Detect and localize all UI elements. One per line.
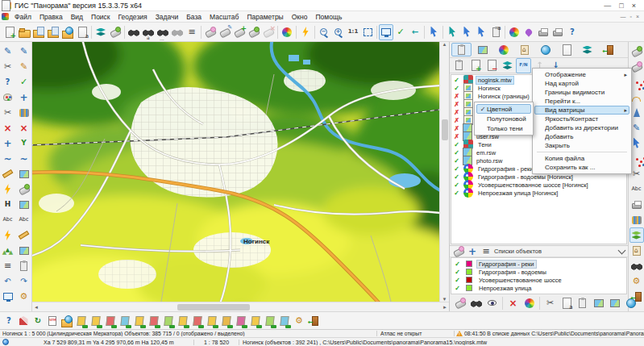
menu-item[interactable]: Геодезия <box>114 13 152 21</box>
map-vertical-scrollbar[interactable]: ▲ ▼ <box>439 42 449 302</box>
export-kml-12-button[interactable] <box>234 313 248 329</box>
open-data-button[interactable] <box>31 24 46 40</box>
layer-visibility-toggle[interactable] <box>453 93 460 100</box>
export-kml-6-button[interactable] <box>147 313 161 329</box>
layer-visibility-toggle[interactable] <box>453 125 460 132</box>
context-menu-item[interactable]: Отображение <box>534 70 629 79</box>
flashlight-tool[interactable] <box>16 181 31 197</box>
object-list-row[interactable]: Гидрография - реки <box>451 260 626 268</box>
print-map-button[interactable] <box>629 197 644 212</box>
geo-status-icon[interactable] <box>2 339 9 345</box>
tab-vector-data[interactable] <box>577 43 597 56</box>
add-node-tool[interactable] <box>0 135 15 151</box>
zoom-out-button[interactable] <box>317 24 331 40</box>
context-menu-item[interactable]: Сохранить как ... <box>534 163 629 172</box>
mdi-minimize-button[interactable]: — <box>620 14 625 19</box>
find-button[interactable] <box>127 24 141 40</box>
copy-map-button[interactable] <box>75 24 89 40</box>
mdi-restore-button[interactable]: ▫ <box>629 14 631 19</box>
export-kml-5-button[interactable] <box>132 313 147 329</box>
add-list-icon[interactable] <box>467 246 478 257</box>
table-form-tool[interactable] <box>16 258 31 273</box>
export-kml-14-button[interactable] <box>263 313 277 329</box>
menu-item[interactable]: Вид <box>67 13 87 21</box>
color-settings-button[interactable] <box>507 24 521 40</box>
vscroll-thumb[interactable] <box>442 119 448 140</box>
minimize-button[interactable]: — <box>604 2 611 10</box>
map-horizontal-scrollbar[interactable]: ◄ ► <box>32 302 449 311</box>
object-list-row[interactable]: Усовершенствованное шоссе <box>451 276 626 284</box>
tools-settings-button[interactable] <box>292 313 306 329</box>
layer-visibility-toggle[interactable] <box>453 133 460 140</box>
import-folder-button[interactable] <box>60 313 74 329</box>
highlight-select-button[interactable] <box>203 24 218 40</box>
edit-palette-button[interactable] <box>521 295 537 311</box>
open-geoportal-button[interactable] <box>60 24 75 40</box>
export-kml-4-button[interactable] <box>118 313 132 329</box>
map-canvas[interactable]: Ногинск <box>32 42 439 302</box>
create-object-tool[interactable] <box>0 44 15 59</box>
layer-visibility-toggle[interactable] <box>453 157 460 165</box>
menu-item[interactable]: Задачи <box>152 13 183 21</box>
layer-visibility-toggle[interactable] <box>453 165 460 173</box>
map-layers-button[interactable] <box>629 227 644 243</box>
menu-item[interactable]: База <box>182 13 206 21</box>
find-doc-button[interactable] <box>559 295 574 311</box>
tools-exit-button[interactable] <box>306 313 321 329</box>
highlight-accept-button[interactable] <box>247 24 261 40</box>
object-list-row[interactable]: Непроезжая улица <box>451 284 626 292</box>
export-kml-1-button[interactable] <box>74 313 89 329</box>
torch-tool[interactable] <box>0 227 15 243</box>
select-table-button[interactable] <box>474 24 488 40</box>
context-help-button[interactable] <box>565 24 580 40</box>
save-table-2-button[interactable] <box>607 295 622 311</box>
measure-mark-tool[interactable] <box>16 227 31 243</box>
frame-select-tool[interactable] <box>16 197 31 212</box>
tab-close-panel[interactable] <box>598 43 618 56</box>
edit-curve-tool[interactable] <box>16 59 31 74</box>
context-menu-item[interactable]: Над картой <box>534 79 629 88</box>
save-table-button[interactable] <box>591 295 606 311</box>
menu-item[interactable]: Поиск <box>87 13 114 21</box>
editor-settings-button[interactable] <box>16 289 31 304</box>
find-selection-button[interactable] <box>170 24 185 40</box>
new-map-button[interactable] <box>2 24 17 40</box>
export-kml-15-button[interactable] <box>277 313 292 329</box>
cut-segment-tool[interactable] <box>0 105 15 120</box>
list-visibility-check[interactable] <box>454 285 461 292</box>
submenu-item[interactable]: Цветной <box>476 104 531 114</box>
visibility-eye-button[interactable] <box>484 295 500 311</box>
scale-visibility-toggle[interactable] <box>516 58 531 73</box>
flash-label-tool[interactable] <box>0 181 15 197</box>
height-label-tool[interactable] <box>0 197 15 212</box>
tab-data-list[interactable] <box>451 43 472 56</box>
fill-style-tool[interactable] <box>0 90 15 105</box>
menu-item[interactable]: Файл <box>10 13 35 21</box>
menu-item[interactable]: Правка <box>35 13 67 21</box>
delete-node-tool[interactable] <box>16 120 31 135</box>
layer-visibility-toggle[interactable] <box>453 101 460 108</box>
edit-accept-tool[interactable] <box>16 74 31 90</box>
list-visibility-check[interactable] <box>454 277 461 284</box>
export-kml-2-button[interactable] <box>89 313 103 329</box>
tab-geoportal-home[interactable] <box>514 43 534 56</box>
open-map-button[interactable] <box>17 24 31 40</box>
sem-doc-button[interactable] <box>45 313 60 329</box>
map-legend-button[interactable] <box>108 24 123 40</box>
zoom-1-1-button[interactable] <box>346 24 360 40</box>
export-kml-13-button[interactable] <box>248 313 263 329</box>
export-kml-10-button[interactable] <box>205 313 219 329</box>
create-spline-tool[interactable] <box>16 44 31 59</box>
context-menu-item[interactable]: Добавить <box>534 132 629 141</box>
open-database-button[interactable] <box>46 24 60 40</box>
move-object-tool[interactable] <box>16 90 31 105</box>
object-query-tool[interactable] <box>0 74 15 90</box>
layer-visibility-toggle[interactable] <box>453 173 460 181</box>
text-labels-button[interactable] <box>629 181 644 197</box>
highlight-add-button[interactable] <box>232 24 247 40</box>
scroll-left-icon[interactable]: ◄ <box>34 305 39 310</box>
layer-visibility-toggle[interactable] <box>453 85 460 92</box>
layer-visibility-toggle[interactable] <box>453 117 460 124</box>
layer-visibility-toggle[interactable] <box>453 181 460 189</box>
current-scale[interactable]: 1 : 78 520 <box>193 340 239 345</box>
